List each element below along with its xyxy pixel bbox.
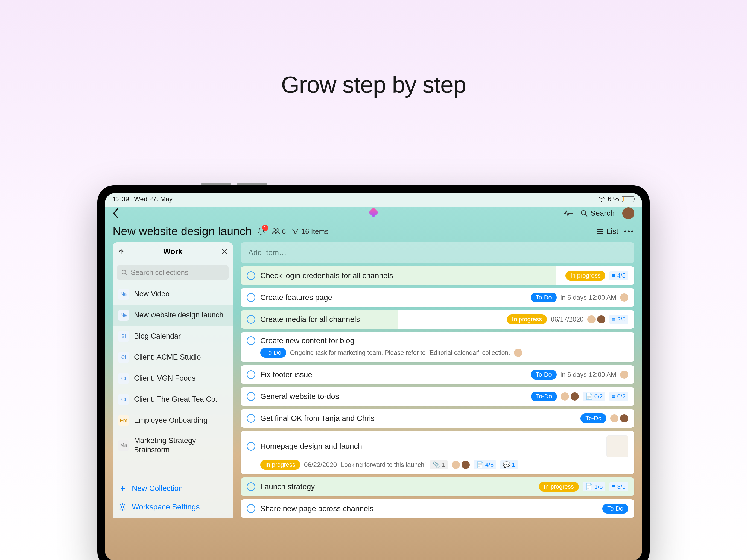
task-title: Check login credentials for all channels: [260, 271, 561, 280]
svg-point-2: [273, 229, 276, 231]
collection-badge: Ne: [118, 289, 129, 300]
task-title: Create new content for blog: [260, 336, 623, 345]
sidebar: Work Search collections NeNew VideoNeNew…: [113, 242, 233, 518]
status-badge: To-Do: [531, 370, 557, 380]
volume-button: [237, 183, 267, 185]
task-chip: 📄 0/2: [583, 392, 606, 401]
task-title: Homepage design and launch: [260, 442, 597, 451]
task-chip: 📄 1/5: [583, 482, 606, 491]
more-button[interactable]: •••: [624, 227, 634, 236]
main-panel: Add Item… Check login credentials for al…: [241, 242, 634, 518]
notifications-button[interactable]: 1: [257, 227, 265, 236]
collection-label: Blog Calendar: [134, 332, 181, 341]
status-badge: To-Do: [602, 504, 628, 513]
collection-badge: Cl: [118, 373, 129, 384]
filter-button[interactable]: 16 Items: [292, 227, 328, 236]
page-header: New website design launch 1 6 16 Items: [105, 222, 642, 242]
task-item[interactable]: Launch strategyIn progress📄 1/5≡ 3/5: [241, 478, 634, 496]
task-date: in 6 days 12:00 AM: [561, 371, 616, 378]
view-toggle[interactable]: List: [597, 227, 618, 236]
svg-line-10: [125, 274, 127, 275]
svg-line-1: [585, 214, 587, 216]
sidebar-collection-item[interactable]: ClClient: VGN Foods: [113, 368, 233, 389]
svg-point-11: [121, 506, 124, 508]
task-item[interactable]: Create media for all channelsIn progress…: [241, 310, 634, 329]
new-collection-button[interactable]: ＋ New Collection: [113, 478, 233, 498]
task-item[interactable]: Create new content for blogTo-DoOngoing …: [241, 332, 634, 362]
device-frame: 12:39 Wed 27. May 6 %: [97, 185, 650, 560]
collection-list: NeNew VideoNeNew website design launchBl…: [113, 284, 233, 476]
task-checkbox[interactable]: [247, 336, 255, 345]
sidebar-collection-item[interactable]: EmEmployee Onboarding: [113, 410, 233, 431]
assignee-avatar: [610, 414, 618, 423]
members-count: 6: [282, 227, 286, 236]
app-logo: [370, 209, 377, 218]
task-chip: ≡ 2/5: [609, 315, 628, 324]
task-checkbox[interactable]: [247, 293, 255, 302]
plus-icon: ＋: [119, 483, 127, 494]
assignee-avatar: [620, 414, 628, 423]
assignee-avatar: [597, 315, 606, 324]
workspace-settings-button[interactable]: Workspace Settings: [113, 498, 233, 516]
task-chip: 💬 1: [500, 460, 518, 469]
view-label: List: [607, 227, 618, 236]
profile-avatar[interactable]: [622, 207, 634, 219]
task-chip: ≡ 0/2: [609, 392, 628, 401]
status-badge: To-Do: [531, 391, 557, 401]
notification-badge: 1: [262, 225, 268, 231]
task-item[interactable]: General website to-dosTo-Do📄 0/2≡ 0/2: [241, 387, 634, 406]
task-item[interactable]: Fix footer issueTo-Doin 6 days 12:00 AM: [241, 365, 634, 384]
sidebar-title: Work: [124, 247, 222, 256]
status-badge: In progress: [539, 482, 579, 492]
hero-title: Grow step by step: [0, 0, 747, 98]
assignee-avatar: [571, 392, 579, 401]
task-checkbox[interactable]: [247, 482, 255, 491]
assignee-avatar: [452, 461, 460, 469]
collection-label: Client: ACME Studio: [134, 353, 201, 362]
sidebar-collection-item[interactable]: BlBlog Calendar: [113, 326, 233, 347]
sidebar-collection-item[interactable]: MaMarketing Strategy Brainstorm: [113, 431, 233, 460]
items-count: 16 Items: [301, 227, 328, 236]
activity-icon[interactable]: [564, 210, 573, 217]
back-button[interactable]: [113, 208, 119, 218]
attachment-chip: 📎 1: [430, 460, 447, 469]
topbar: Search: [105, 205, 642, 222]
task-checkbox[interactable]: [247, 442, 255, 451]
task-thumbnail: [607, 435, 628, 457]
task-checkbox[interactable]: [247, 315, 255, 324]
new-collection-label: New Collection: [132, 484, 183, 493]
sidebar-close-button[interactable]: [222, 249, 228, 255]
sidebar-search[interactable]: Search collections: [117, 265, 229, 280]
task-chip: 📄 4/6: [473, 460, 496, 469]
task-checkbox[interactable]: [247, 392, 255, 401]
members-button[interactable]: 6: [272, 227, 286, 236]
search-button[interactable]: Search: [581, 209, 615, 218]
add-item-input[interactable]: Add Item…: [241, 242, 634, 263]
task-title: Share new page across channels: [260, 504, 597, 513]
sidebar-collection-item[interactable]: NeNew website design launch: [113, 305, 233, 326]
task-checkbox[interactable]: [247, 504, 255, 513]
task-checkbox[interactable]: [247, 370, 255, 379]
sidebar-collection-item[interactable]: ClClient: The Great Tea Co.: [113, 389, 233, 410]
task-list: Check login credentials for all channels…: [241, 266, 634, 518]
task-checkbox[interactable]: [247, 271, 255, 280]
battery-icon: [622, 196, 634, 202]
status-time: 12:39: [113, 195, 129, 203]
sidebar-collection-item[interactable]: NeNew Video: [113, 284, 233, 305]
assignee-avatar: [514, 349, 522, 357]
collection-badge: Cl: [118, 394, 129, 405]
task-checkbox[interactable]: [247, 414, 255, 423]
task-item[interactable]: Get final OK from Tanja and ChrisTo-Do: [241, 409, 634, 428]
task-item[interactable]: Create features pageTo-Doin 5 days 12:00…: [241, 288, 634, 307]
sidebar-up-button[interactable]: [118, 249, 124, 255]
task-title: General website to-dos: [260, 392, 526, 401]
page-title: New website design launch: [113, 225, 252, 238]
sidebar-search-placeholder: Search collections: [131, 268, 188, 277]
task-item[interactable]: Check login credentials for all channels…: [241, 266, 634, 285]
task-item[interactable]: Share new page across channelsTo-Do: [241, 499, 634, 518]
collection-label: New Video: [134, 289, 170, 299]
task-item[interactable]: Homepage design and launchIn progress06/…: [241, 431, 634, 474]
svg-point-3: [276, 229, 279, 231]
status-badge: In progress: [507, 314, 547, 324]
sidebar-collection-item[interactable]: ClClient: ACME Studio: [113, 347, 233, 368]
